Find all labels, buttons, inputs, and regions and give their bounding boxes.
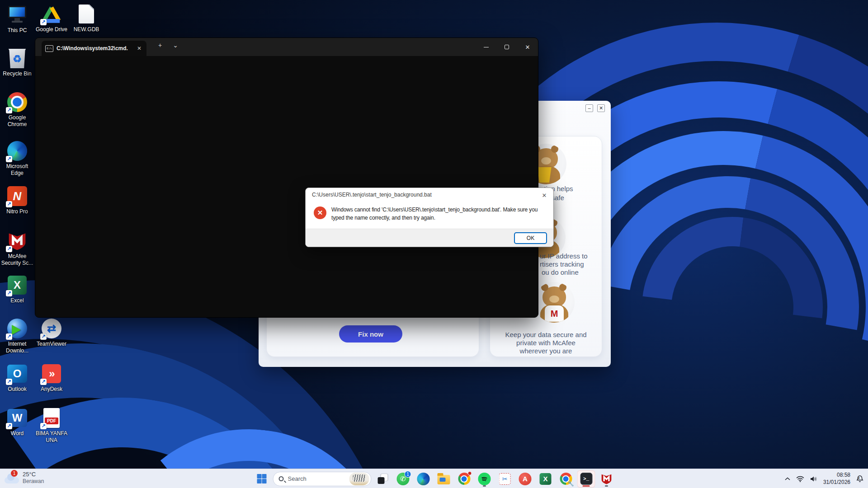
wifi-icon[interactable] (796, 476, 804, 482)
spotify-icon (478, 473, 491, 485)
search-label: Search (288, 475, 345, 482)
desktop-icon-outlook[interactable]: O ↗ Outlook (0, 363, 34, 393)
taskbar-chrome[interactable] (455, 470, 473, 488)
desktop-icon-label: Google Chrome (0, 114, 34, 128)
desktop-icon-label: McAfee Security Sc... (0, 253, 34, 267)
terminal-maximize-button[interactable] (496, 38, 517, 56)
new-tab-button[interactable]: + (154, 42, 166, 49)
file-explorer-icon (438, 475, 450, 484)
chrome-icon: ↗ (7, 92, 28, 113)
desktop-icon-label: NEW.GDB (74, 26, 99, 33)
anydesk-icon: A (519, 473, 532, 485)
terminal-close-button[interactable]: ✕ (517, 38, 538, 56)
desktop-icon-teamviewer[interactable]: ⇄ ↗ TeamViewer (35, 318, 68, 347)
ok-button[interactable]: OK (514, 232, 547, 244)
desktop-icon-label: BIMA YANFA UNA (35, 430, 68, 444)
desktop-icon-google-chrome[interactable]: ↗ Google Chrome (0, 92, 34, 128)
taskbar-clock[interactable]: 08:58 31/01/2026 (823, 472, 850, 486)
taskbar-edge[interactable] (415, 470, 433, 488)
notification-bell-icon[interactable]: z (856, 475, 863, 483)
desktop-icon-label: Nitro Pro (6, 208, 28, 215)
whatsapp-badge: 1 (405, 471, 411, 478)
desktop-icon-google-drive[interactable]: ↗ Google Drive (35, 4, 68, 33)
mcafee-minimize-button[interactable]: – (585, 104, 593, 112)
terminal-tab[interactable]: C:\ C:\Windows\system32\cmd.e ✕ (42, 41, 146, 56)
desktop-icon-idm[interactable]: ↗ Internet Downlo... (0, 318, 34, 354)
taskbar-whatsapp[interactable]: ✆ 1 (394, 470, 412, 488)
desktop-icon-mcafee[interactable]: ↗ McAfee Security Sc... (0, 230, 34, 267)
task-view-button[interactable] (374, 470, 392, 488)
terminal-window: C:\ C:\Windows\system32\cmd.e ✕ + ⌄ ✕ (35, 38, 538, 318)
terminal-title-bar[interactable]: C:\ C:\Windows\system32\cmd.e ✕ + ⌄ ✕ (35, 38, 538, 56)
shortcut-arrow-icon: ↗ (6, 290, 12, 296)
desktop-icon-excel[interactable]: X ↗ Excel (0, 275, 34, 304)
terminal-minimize-button[interactable] (476, 38, 496, 56)
search-daily-image[interactable] (349, 473, 369, 485)
taskbar-excel[interactable]: X (537, 470, 555, 488)
windows-logo-icon (257, 474, 266, 483)
taskbar-cmd-active[interactable]: >_ (577, 470, 595, 488)
edge-icon: ↗ (7, 141, 28, 161)
promo-text: wherever you are (490, 347, 602, 355)
weather-condition: Berawan (23, 478, 44, 484)
outlook-icon: O ↗ (7, 363, 28, 384)
cmd-icon: C:\ (45, 45, 53, 52)
taskbar: 1 25°C Berawan Search ✆ 1 (0, 469, 868, 488)
promo-text: Keep your data secure and (490, 331, 602, 339)
tab-dropdown-button[interactable]: ⌄ (169, 42, 182, 49)
desktop-icon-this-pc[interactable]: This PC (0, 5, 34, 34)
anydesk-icon: » ↗ (41, 363, 62, 384)
mcafee-close-button[interactable]: ✕ (597, 104, 605, 112)
terminal-output-area[interactable] (35, 56, 538, 317)
desktop-icon-bima-yanfa-una[interactable]: PDF ↗ BIMA YANFA UNA (35, 408, 68, 444)
taskbar-anydesk[interactable]: A (516, 470, 534, 488)
shortcut-arrow-icon: ↗ (6, 246, 12, 252)
volume-icon[interactable] (810, 476, 817, 482)
shortcut-arrow-icon: ↗ (6, 379, 12, 385)
desktop-icon-nitro-pro[interactable]: N ↗ Nitro Pro (0, 186, 34, 215)
desktop-icon-new-gdb[interactable]: NEW.GDB (70, 4, 103, 33)
desktop-icon-recycle-bin[interactable]: ♻ Recycle Bin (0, 48, 34, 77)
start-button[interactable] (253, 470, 271, 488)
clock-date: 31/01/2026 (823, 479, 850, 486)
mcafee-shield-icon: ↗ (7, 230, 28, 251)
tab-close-icon[interactable]: ✕ (136, 45, 143, 52)
desktop-icon-word[interactable]: W ↗ Word (0, 408, 34, 437)
desktop-icon-label: Recycle Bin (3, 70, 31, 77)
weather-widget[interactable]: 1 25°C Berawan (5, 471, 44, 484)
taskbar-search[interactable]: Search (273, 472, 372, 486)
bear-mcafee-shirt-illustration: M (534, 282, 575, 323)
hidden-icons-chevron[interactable] (785, 477, 790, 481)
dialog-close-icon[interactable]: ✕ (540, 191, 549, 200)
teamviewer-icon: ⇄ ↗ (41, 318, 62, 339)
taskbar-mcafee[interactable] (598, 470, 616, 488)
excel-icon: X (540, 473, 552, 485)
nitro-pro-icon: N ↗ (7, 186, 28, 206)
internet-download-manager-icon: ↗ (7, 318, 28, 339)
wrench-icon: 🔧 (568, 481, 574, 487)
shortcut-arrow-icon: ↗ (6, 107, 12, 113)
shortcut-arrow-icon: ↗ (40, 19, 47, 25)
recycle-bin-icon: ♻ (7, 48, 28, 69)
taskbar-snipping-tool[interactable]: ✂ (496, 470, 514, 488)
weather-temp: 25°C (23, 471, 44, 478)
dialog-message: Windows cannot find 'C:\Users\USER\.tenj… (331, 206, 548, 222)
shortcut-arrow-icon: ↗ (40, 423, 47, 429)
chrome-update-badge (468, 471, 472, 475)
running-indicator (483, 485, 486, 487)
taskbar-file-explorer[interactable] (435, 470, 453, 488)
desktop-icon-microsoft-edge[interactable]: ↗ Microsoft Edge (0, 141, 34, 177)
google-drive-icon: ↗ (41, 4, 62, 24)
shortcut-arrow-icon: ↗ (40, 333, 47, 340)
taskbar-spotify[interactable] (476, 470, 494, 488)
this-pc-icon (7, 5, 28, 25)
desktop-icon-label: Internet Downlo... (0, 341, 34, 354)
desktop-icon-anydesk[interactable]: » ↗ AnyDesk (35, 363, 68, 393)
shortcut-arrow-icon: ↗ (6, 423, 12, 429)
desktop-icon-label: Word (11, 430, 24, 437)
desktop-icon-label: TeamViewer (37, 341, 66, 347)
taskbar-chrome-tools[interactable]: 🔧 (557, 470, 575, 488)
clock-time: 08:58 (837, 472, 850, 479)
shortcut-arrow-icon: ↗ (40, 379, 47, 385)
fix-now-button[interactable]: Fix now (339, 325, 402, 343)
